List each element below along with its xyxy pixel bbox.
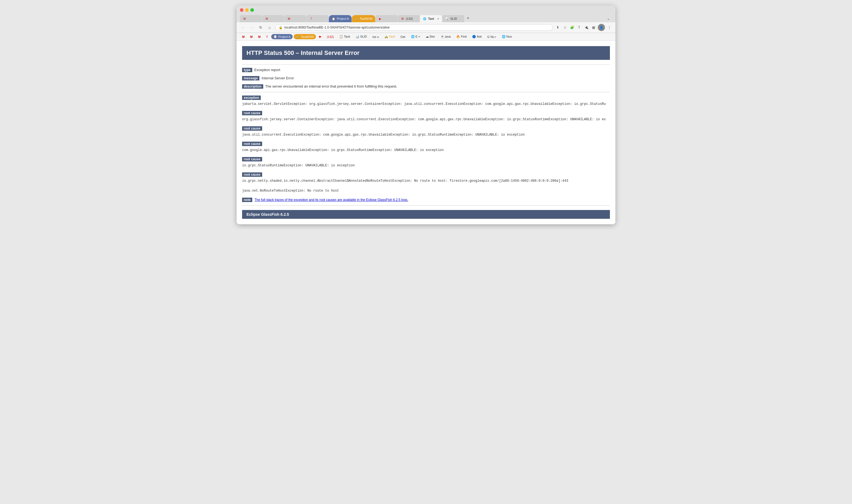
- bookmark-gmail3[interactable]: M: [256, 34, 263, 39]
- type-value: Exception report: [254, 68, 280, 72]
- note-label: note: [242, 198, 252, 202]
- bookmark-gmail1[interactable]: M: [240, 34, 247, 39]
- root-cause-1: root cause org.glassfish.jersey.server.C…: [242, 110, 610, 124]
- root-cause-3: root cause com.google.api.gax.rpc.Unavai…: [242, 141, 610, 154]
- bookmark-stor[interactable]: ☁ Stor: [423, 34, 437, 39]
- exception-section: exception jakarta.servlet.ServletExcepti…: [242, 94, 610, 108]
- back-button[interactable]: ←: [240, 24, 247, 31]
- minimize-button[interactable]: [245, 8, 249, 12]
- maximize-button[interactable]: [250, 8, 254, 12]
- reload-button[interactable]: ↻: [257, 24, 264, 31]
- bookmark-java[interactable]: ☕ java: [438, 34, 453, 39]
- new-tab-button[interactable]: +: [465, 14, 471, 22]
- message-section: message Internal Server Error: [242, 75, 610, 82]
- description-value: The server encountered an internal error…: [265, 84, 397, 88]
- note-section: note The full stack traces of the except…: [242, 197, 610, 203]
- root-cause-4-text: io.grpc.StatusRuntimeException: UNAVAILA…: [242, 164, 610, 167]
- profile-avatar[interactable]: 👤: [598, 24, 605, 31]
- tab-project-a-label: Project A: [337, 17, 349, 20]
- bookmark-taxii3[interactable]: 🚕 Taxii: [382, 34, 397, 39]
- tab-gmail1[interactable]: M: [240, 15, 262, 22]
- page-content: HTTP Status 500 – Internal Server Error …: [237, 41, 615, 224]
- bookmark-get[interactable]: Get: [398, 34, 407, 39]
- footer-bar: Eclipse GlassFish 6.2.5: [242, 210, 610, 219]
- bookmark-nor[interactable]: G No r: [485, 34, 498, 39]
- bookmark-e[interactable]: 🌐 E ×: [409, 34, 422, 39]
- browser-window: M M M T 📋 Project A 🚕 TaxiNOW ▶: [237, 5, 615, 224]
- tab-slides[interactable]: 📊 SLID: [442, 15, 464, 22]
- type-label: type: [242, 68, 252, 72]
- top-divider: [242, 64, 610, 65]
- gmail2-favicon: M: [265, 17, 269, 21]
- root-cause-1-text: org.glassfish.jersey.server.ContainerExc…: [242, 118, 610, 121]
- taxii-favicon: 🌐: [423, 17, 427, 21]
- home-button[interactable]: ⌂: [266, 24, 273, 31]
- url-bar[interactable]: 🔒 localhost:8080/TaxiNowBE-1.0-SNAPSHOT/…: [275, 24, 553, 31]
- bookmark-taxii2[interactable]: 📋 Taxii: [337, 34, 352, 39]
- exception-text: jakarta.servlet.ServletException: org.gl…: [242, 102, 610, 106]
- root-cause-3-label: root cause: [242, 142, 262, 146]
- tab-youtube[interactable]: ▶: [376, 15, 397, 22]
- bookmark-ios[interactable]: ios u: [370, 34, 381, 39]
- no-route-section: java.net.NoRouteToHostException: No rout…: [242, 187, 610, 195]
- extensions-icon[interactable]: 🔌: [583, 25, 589, 30]
- note-text: The full stack traces of the exception a…: [254, 198, 408, 202]
- tab-list-button[interactable]: ⌄: [605, 15, 612, 22]
- root-cause-1-label: root cause: [242, 111, 262, 115]
- bookmark-gmail-count[interactable]: (132): [325, 34, 336, 39]
- tabs-row: M M M T 📋 Project A 🚕 TaxiNOW ▶: [240, 14, 612, 22]
- message-label: message: [242, 76, 259, 80]
- tab-todoist[interactable]: T: [307, 15, 329, 22]
- share-icon[interactable]: ⬆: [555, 25, 561, 30]
- tab-taxii-active[interactable]: 🌐 Taxii ✕: [420, 15, 442, 22]
- bookmark-taxinow[interactable]: 🚕 TaxiNOW: [294, 34, 316, 39]
- root-cause-5-label: root cause: [242, 173, 262, 177]
- bookmark-ask[interactable]: 🔵 Ask: [470, 34, 484, 39]
- youtube-favicon: ▶: [378, 17, 382, 21]
- tab-taxinow[interactable]: 🚕 TaxiNOW: [352, 15, 375, 22]
- sidebar-toggle-icon[interactable]: ▦: [591, 25, 596, 30]
- translate-icon[interactable]: T: [576, 25, 582, 30]
- description-label: description: [242, 84, 263, 89]
- slides-favicon: 📊: [445, 17, 449, 21]
- gmail1-favicon: M: [243, 17, 247, 21]
- bookmarks-bar: M M M T 📋 Project A 🚕 TaxiNOW ▶ (132) 📋 …: [237, 33, 615, 41]
- footer-text: Eclipse GlassFish 6.2.5: [247, 212, 289, 217]
- error-title: HTTP Status 500 – Internal Server Error: [247, 49, 360, 56]
- bookmark-nuo[interactable]: 🌐 Nuo: [500, 34, 514, 39]
- bookmark-gmail2[interactable]: M: [248, 34, 255, 39]
- extensions-puzzle-icon[interactable]: 🧩: [569, 25, 575, 30]
- window-controls: [240, 8, 612, 12]
- title-bar: M M M T 📋 Project A 🚕 TaxiNOW ▶: [237, 5, 615, 22]
- bookmark-firefox[interactable]: 🔥 Firel: [454, 34, 469, 39]
- tab-project-a[interactable]: 📋 Project A: [329, 15, 351, 22]
- lock-icon: 🔒: [278, 25, 283, 29]
- no-route-text: java.net.NoRouteToHostException: No rout…: [242, 189, 610, 193]
- root-cause-2-label: root cause: [242, 126, 262, 131]
- description-section: description The server encountered an in…: [242, 83, 610, 90]
- tab-gmail2[interactable]: M: [262, 15, 284, 22]
- root-cause-2: root cause java.util.concurrent.Executio…: [242, 125, 610, 139]
- gmail-count-favicon: M: [400, 17, 404, 21]
- bookmark-youtube[interactable]: ▶: [317, 34, 324, 39]
- bookmark-star-icon[interactable]: ☆: [562, 25, 568, 30]
- root-cause-2-text: java.util.concurrent.ExecutionException:…: [242, 133, 610, 137]
- type-section: type Exception report: [242, 67, 610, 73]
- close-button[interactable]: [240, 8, 243, 12]
- tab-gmail3[interactable]: M: [284, 15, 306, 22]
- bookmark-todoist[interactable]: T: [264, 34, 270, 39]
- todoist-favicon: T: [309, 17, 313, 21]
- message-value: Internal Server Error: [261, 76, 294, 80]
- toolbar-icons: ⬆ ☆ 🧩 T 🔌 ▦ 👤 ⋮: [555, 24, 612, 31]
- forward-button[interactable]: →: [249, 24, 255, 31]
- bookmark-slides[interactable]: 📊 SLID: [353, 34, 369, 39]
- tab-gmail-count[interactable]: M (132): [398, 15, 420, 22]
- address-bar: ← → ↻ ⌂ 🔒 localhost:8080/TaxiNowBE-1.0-S…: [237, 22, 615, 33]
- tab-gmail-count-label: (132): [406, 17, 413, 20]
- taxinow-favicon: 🚕: [355, 17, 359, 21]
- more-menu-icon[interactable]: ⋮: [606, 25, 612, 30]
- bookmark-project-a[interactable]: 📋 Project A: [271, 34, 293, 39]
- mid-divider: [242, 92, 610, 92]
- url-text: localhost:8080/TaxiNowBE-1.0-SNAPSHOT/ta…: [284, 25, 549, 29]
- tab-close-icon[interactable]: ✕: [437, 17, 439, 20]
